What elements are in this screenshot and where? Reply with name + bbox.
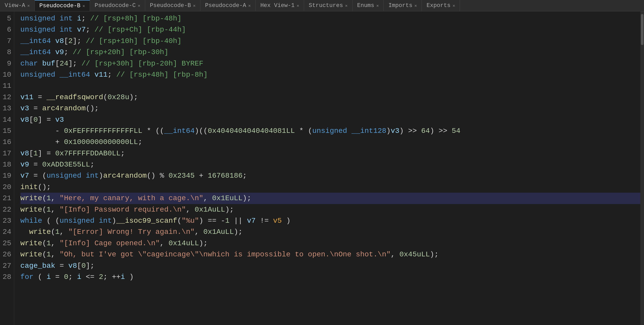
- code-line-26: write(1, "Oh, but I've got \"cageincage\…: [20, 249, 640, 260]
- tab-bar: View-A ✕ Pseudocode-B ✕ Pseudocode-C ✕ P…: [0, 0, 644, 11]
- code-line-7: __int64 v8[2]; // [rsp+10h] [rbp-40h]: [20, 35, 640, 47]
- code-line-17: v8[1] = 0x7FFFFFDDAB0LL;: [20, 148, 640, 159]
- code-line-13: v3 = arc4random();: [20, 103, 640, 114]
- line-number: 18: [0, 159, 14, 170]
- tab-structures[interactable]: Structures ✕: [304, 0, 353, 11]
- code-line-18: v9 = 0xADD3E55LL;: [20, 159, 640, 170]
- line-number: 21: [0, 193, 14, 204]
- line-number: 6: [0, 24, 14, 35]
- tab-close-icon[interactable]: ✕: [415, 3, 417, 8]
- line-number: 23: [0, 215, 14, 226]
- tab-view-a[interactable]: View-A ✕: [0, 0, 35, 11]
- code-line-6: unsigned int v7; // [rsp+Ch] [rbp-44h]: [20, 24, 640, 35]
- code-line-21: write(1, "Here, my canary, with a cage.\…: [20, 193, 640, 204]
- line-number: 7: [0, 35, 14, 47]
- line-number: 28: [0, 271, 14, 283]
- code-line-11: [20, 80, 640, 91]
- scrollbar-thumb[interactable]: [641, 14, 643, 45]
- tab-close-icon[interactable]: ✕: [138, 3, 140, 8]
- line-number: 12: [0, 92, 14, 103]
- tab-close-icon[interactable]: ✕: [376, 3, 379, 8]
- tab-close-icon[interactable]: ✕: [248, 3, 251, 8]
- line-number: 15: [0, 125, 14, 136]
- tab-close-icon[interactable]: ✕: [453, 3, 455, 8]
- line-number: 16: [0, 136, 14, 148]
- code-line-16: + 0x1000000000000LL;: [20, 136, 640, 148]
- tab-label: View-A: [5, 2, 25, 9]
- line-number: 9: [0, 58, 14, 69]
- code-line-20: init();: [20, 182, 640, 193]
- code-line-28: for ( i = 0; i <= 2; ++i ): [20, 271, 640, 283]
- tab-pseudocode-b2[interactable]: Pseudocode-B ✕: [145, 0, 200, 11]
- code-line-8: __int64 v9; // [rsp+20h] [rbp-30h]: [20, 47, 640, 58]
- tab-label: Enums: [357, 2, 374, 9]
- tab-imports[interactable]: Imports ✕: [384, 0, 422, 11]
- line-number: 8: [0, 47, 14, 58]
- code-line-14: v8[0] = v3: [20, 114, 640, 125]
- tab-pseudocode-a[interactable]: Pseudocode-A ✕: [200, 0, 256, 11]
- tab-exports[interactable]: Exports ✕: [422, 0, 460, 11]
- code-line-12: v11 = __readfsqword(0x28u);: [20, 92, 640, 103]
- line-number: 27: [0, 260, 14, 271]
- line-number: 11: [0, 80, 14, 91]
- code-line-24: write(1, "[Error] Wrong! Try again.\n", …: [20, 226, 640, 237]
- tab-hex-view-1[interactable]: Hex View-1 ✕: [256, 0, 304, 11]
- code-content[interactable]: unsigned int i; // [rsp+8h] [rbp-48h] un…: [14, 11, 640, 325]
- line-numbers: 5 6 7 8 9 10 11 12 13 14 15 16 17 18 19 …: [0, 11, 14, 325]
- line-number: 14: [0, 114, 14, 125]
- code-line-5: unsigned int i; // [rsp+8h] [rbp-48h]: [20, 13, 640, 24]
- code-line-25: write(1, "[Info] Cage opened.\n", 0x14uL…: [20, 238, 640, 249]
- tab-label: Pseudocode-C: [95, 2, 136, 9]
- tab-label: Exports: [426, 2, 450, 9]
- tab-label: Hex View-1: [260, 2, 295, 9]
- code-line-22: write(1, "[Info] Password required.\n", …: [20, 204, 640, 215]
- tab-pseudocode-c[interactable]: Pseudocode-C ✕: [90, 0, 145, 11]
- line-number: 13: [0, 103, 14, 114]
- line-number: 22: [0, 204, 14, 215]
- tab-label: Pseudocode-B: [39, 3, 80, 9]
- tab-label: Structures: [309, 2, 343, 9]
- tab-close-icon[interactable]: ✕: [82, 3, 85, 9]
- line-number: 26: [0, 249, 14, 260]
- scrollbar-track[interactable]: [640, 11, 644, 325]
- tab-label: Imports: [388, 2, 412, 9]
- line-number: 19: [0, 170, 14, 181]
- tab-label: Pseudocode-A: [205, 2, 246, 9]
- tab-close-icon[interactable]: ✕: [297, 3, 299, 8]
- tab-label: Pseudocode-B: [150, 2, 191, 9]
- code-line-23: while ( (unsigned int)__isoc99_scanf("%u…: [20, 215, 640, 226]
- tab-close-icon[interactable]: ✕: [193, 3, 195, 8]
- line-number: 20: [0, 182, 14, 193]
- line-number: 5: [0, 13, 14, 24]
- code-area: 5 6 7 8 9 10 11 12 13 14 15 16 17 18 19 …: [0, 11, 644, 325]
- line-number: 17: [0, 148, 14, 159]
- code-line-19: v7 = (unsigned int)arc4random() % 0x2345…: [20, 170, 640, 181]
- code-line-27: cage_bak = v8[0];: [20, 260, 640, 271]
- line-number: 24: [0, 226, 14, 237]
- code-line-9: char buf[24]; // [rsp+30h] [rbp-20h] BYR…: [20, 58, 640, 69]
- code-line-10: unsigned __int64 v11; // [rsp+48h] [rbp-…: [20, 69, 640, 80]
- tab-pseudocode-b[interactable]: Pseudocode-B ✕: [35, 0, 90, 11]
- line-number: 25: [0, 238, 14, 249]
- line-number: 10: [0, 69, 14, 80]
- tab-enums[interactable]: Enums ✕: [353, 0, 384, 11]
- code-line-15: - 0xFEFFFFFFFFFFFFLL * ((__int64)((0x404…: [20, 125, 640, 136]
- tab-close-icon[interactable]: ✕: [27, 3, 30, 8]
- tab-close-icon[interactable]: ✕: [345, 3, 348, 8]
